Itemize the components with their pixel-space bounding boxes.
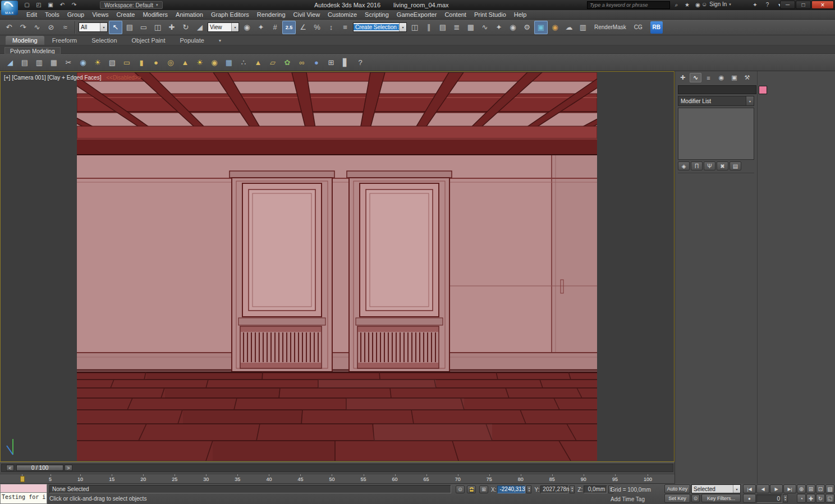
maximize-button[interactable]: □ xyxy=(796,1,811,9)
play-button[interactable]: ▶ xyxy=(770,484,783,493)
menu-item[interactable]: Customize xyxy=(324,11,361,19)
create-geosphere-blue-icon[interactable]: ● xyxy=(310,56,323,69)
make-unique-icon[interactable]: Ψ xyxy=(704,161,715,170)
time-slider-handle[interactable]: 0 / 100 xyxy=(16,465,63,471)
current-frame-field[interactable]: 0 xyxy=(756,494,782,503)
configure-modifier-sets-icon[interactable]: ▤ xyxy=(730,161,741,170)
frame-spinner[interactable]: ▴▾ xyxy=(783,494,788,502)
mirror-icon[interactable]: ◫ xyxy=(408,21,421,34)
communication-center-icon[interactable]: ◉ xyxy=(694,1,702,9)
absolute-mode-toggle[interactable]: ⊞ xyxy=(479,485,488,493)
object-color-swatch[interactable] xyxy=(759,86,767,94)
x-spinner[interactable]: ▴▾ xyxy=(526,485,531,493)
tab-modeling[interactable]: Modeling xyxy=(6,36,44,45)
tab-selection[interactable]: Selection xyxy=(85,36,123,45)
time-slider-track[interactable]: < 0 / 100 > xyxy=(1,464,673,472)
rendermask-button[interactable]: RenderMask xyxy=(591,24,630,30)
camera-create-icon[interactable]: ◉ xyxy=(76,56,90,69)
create-torus-knot-icon[interactable]: ∞ xyxy=(295,56,309,69)
object-name-input[interactable] xyxy=(678,85,756,94)
select-and-manipulate-icon[interactable]: ✦ xyxy=(254,21,268,34)
select-by-name-icon[interactable]: ▤ xyxy=(123,21,136,34)
layer-explorer-icon[interactable]: ≣ xyxy=(450,21,464,34)
zoom-all-icon[interactable]: ⊞ xyxy=(806,484,815,493)
redo-icon[interactable]: ↷ xyxy=(70,1,79,9)
orbit-icon[interactable]: ↻ xyxy=(816,494,825,503)
pin-stack-icon[interactable]: ◈ xyxy=(678,161,690,170)
new-scene-icon[interactable]: ▢ xyxy=(22,1,31,9)
light-create-icon[interactable]: ☀ xyxy=(91,56,104,69)
menu-item[interactable]: Tools xyxy=(41,11,63,19)
isolate-selection-toggle[interactable]: ⊙ xyxy=(456,485,465,493)
align-icon[interactable]: ∥ xyxy=(422,21,435,34)
ribbon-options-icon[interactable]: ▾ xyxy=(215,38,224,45)
camera-viewport-render[interactable] xyxy=(77,72,597,461)
poly-statistics-icon[interactable]: ▋ xyxy=(339,56,352,69)
ribbon-toggle-icon[interactable]: ▦ xyxy=(464,21,478,34)
add-time-tag-button[interactable]: Add Time Tag xyxy=(611,496,645,502)
select-and-rotate-icon[interactable]: ↻ xyxy=(179,21,192,34)
curve-editor-icon[interactable]: ∿ xyxy=(478,21,492,34)
create-torus-icon[interactable]: ◎ xyxy=(164,56,177,69)
modifier-list-dropdown[interactable]: Modifier List ▾ xyxy=(678,96,754,106)
modifier-stack-list[interactable] xyxy=(678,108,754,160)
keyboard-override-toggle-icon[interactable]: # xyxy=(268,21,282,34)
menu-item[interactable]: Edit xyxy=(22,11,41,19)
create-lattice-icon[interactable]: ▦ xyxy=(222,56,236,69)
z-coordinate-field[interactable]: 0,0mm xyxy=(584,485,607,493)
minimize-button[interactable]: ─ xyxy=(780,1,795,9)
edit-poly-mode-icon[interactable]: ◢ xyxy=(3,56,17,69)
render-region-icon[interactable]: ▧ xyxy=(105,56,119,69)
exchange-apps-icon[interactable]: ✦ xyxy=(751,1,759,9)
open-file-icon[interactable]: ◰ xyxy=(34,1,43,9)
create-tab[interactable]: ✚ xyxy=(677,73,689,82)
tab-object-paint[interactable]: Object Paint xyxy=(125,36,172,45)
x-coordinate-field[interactable]: -2240,313 xyxy=(497,485,525,493)
menu-item[interactable]: Print Studio xyxy=(470,11,510,19)
selection-filter-dropdown[interactable]: All ▾ xyxy=(79,22,108,32)
sign-in-button[interactable]: ☺ Sign In ▾ xyxy=(701,1,731,7)
menu-item[interactable]: Help xyxy=(510,11,531,19)
selection-set-dropdown[interactable]: Selected ▾ xyxy=(691,484,741,493)
create-cone-icon[interactable]: ▲ xyxy=(178,56,192,69)
create-geosphere-icon[interactable]: ◉ xyxy=(208,56,221,69)
auto-key-button[interactable]: Auto Key xyxy=(664,484,690,493)
hierarchy-tab[interactable]: ≡ xyxy=(703,73,714,82)
create-scatter-icon[interactable]: ∴ xyxy=(237,56,250,69)
current-frame-marker[interactable] xyxy=(20,476,25,482)
field-of-view-icon[interactable]: ◔ xyxy=(797,494,806,503)
cg-button[interactable]: CG xyxy=(631,24,646,30)
viewport-label-text[interactable]: [+] [Camera 001] [Clay + Edged Faces] xyxy=(4,75,101,81)
rb-plugin-button[interactable]: RB xyxy=(650,21,663,34)
unlink-selection-icon[interactable]: ⊘ xyxy=(44,21,58,34)
layer-explorer-toggle-icon[interactable]: ▥ xyxy=(33,56,46,69)
percent-snap-icon[interactable]: % xyxy=(310,21,324,34)
zoom-region-icon[interactable]: ▧ xyxy=(825,484,834,493)
display-tab[interactable]: ▣ xyxy=(728,73,740,82)
angle-snap-icon[interactable]: ∠ xyxy=(296,21,310,34)
tab-freeform[interactable]: Freeform xyxy=(45,36,84,45)
go-to-end-button[interactable]: ▶| xyxy=(783,484,796,493)
track-bar[interactable]: 0510152025303540455055606570758085909510… xyxy=(0,474,675,484)
spinner-snap-icon[interactable]: ↕ xyxy=(324,21,338,34)
menu-item[interactable]: Animation xyxy=(172,11,207,19)
select-and-link-icon[interactable]: ∿ xyxy=(30,21,44,34)
undo-icon[interactable]: ↶ xyxy=(58,1,67,9)
next-frame-arrow[interactable]: > xyxy=(65,465,72,471)
utilities-tab[interactable]: ⚒ xyxy=(741,73,753,82)
menu-item[interactable]: Create xyxy=(112,11,139,19)
favorites-icon[interactable]: ★ xyxy=(683,1,691,9)
max-application-menu-button[interactable]: MAX xyxy=(1,1,18,15)
macro-recorder-pane[interactable] xyxy=(0,484,47,493)
use-pivot-center-icon[interactable]: ◉ xyxy=(240,21,254,34)
zoom-extents-icon[interactable]: ⊡ xyxy=(816,484,825,493)
pan-icon[interactable]: ✚ xyxy=(806,494,815,503)
show-end-result-icon[interactable]: Π xyxy=(691,161,703,170)
menu-item[interactable]: Rendering xyxy=(253,11,290,19)
create-foliage-icon[interactable]: ✿ xyxy=(281,56,294,69)
key-mode-toggle[interactable]: ● xyxy=(743,494,756,503)
menu-item[interactable]: Modifiers xyxy=(139,11,172,19)
create-box-icon[interactable]: ▭ xyxy=(120,56,134,69)
search-icon[interactable]: ⌕ xyxy=(672,1,681,9)
search-input[interactable] xyxy=(587,1,670,9)
